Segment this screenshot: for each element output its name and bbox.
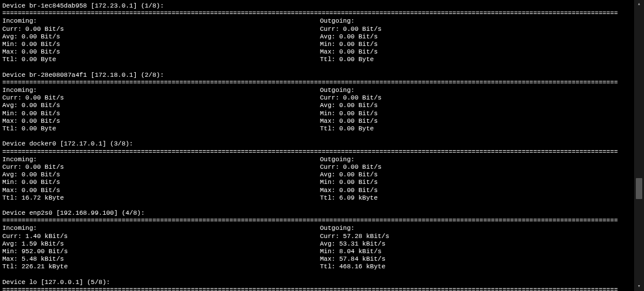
stat-value: 0.00 Bit/s <box>339 110 378 117</box>
outgoing-stat: Max: 0.00 Bit/s <box>320 48 378 56</box>
incoming-stat: Avg: 0.00 Bit/s <box>2 171 320 179</box>
outgoing-stat: Min: 0.00 Bit/s <box>320 110 378 118</box>
outgoing-stat: Curr: 0.00 Bit/s <box>320 26 382 33</box>
stat-value: 8.04 kBit/s <box>339 248 382 255</box>
stat-value: 0.00 Bit/s <box>343 164 382 171</box>
stat-label: Max: <box>2 118 22 125</box>
stat-label: Ttl: <box>320 56 339 63</box>
divider: ========================================… <box>2 79 632 87</box>
stat-label: Avg: <box>320 171 339 178</box>
scrollbar-thumb[interactable] <box>636 178 642 199</box>
stat-label: Min: <box>320 110 339 117</box>
stat-label: Curr: <box>320 26 343 33</box>
stat-value: 0.00 Byte <box>22 56 56 63</box>
stat-value: 0.00 Bit/s <box>22 187 60 194</box>
incoming-stat: Avg: 0.00 Bit/s <box>2 102 320 109</box>
stat-value: 0.00 Bit/s <box>339 118 378 125</box>
incoming-stat: Max: 0.00 Bit/s <box>2 118 320 125</box>
stat-value: 5.48 kBit/s <box>22 255 64 262</box>
stat-label: Avg: <box>2 171 22 178</box>
incoming-stat: Curr: 0.00 Bit/s <box>2 26 320 33</box>
incoming-label: Incoming: <box>2 17 320 25</box>
stat-value: 0.00 Byte <box>339 125 374 132</box>
stat-value: 468.16 kByte <box>339 263 385 270</box>
outgoing-label: Outgoing: <box>320 156 354 164</box>
incoming-stat: Curr: 0.00 Bit/s <box>2 94 320 102</box>
device-header: Device br-28e08087a4f1 [172.18.0.1] (2/8… <box>2 72 632 79</box>
stat-value: 57.84 kBit/s <box>339 255 385 262</box>
stat-label: Avg: <box>2 33 22 40</box>
outgoing-stat: Ttl: 0.00 Byte <box>320 56 374 63</box>
stat-value: 0.00 Bit/s <box>22 48 60 55</box>
stat-value: 0.00 Bit/s <box>339 48 378 55</box>
divider: ========================================… <box>2 286 632 291</box>
stat-label: Ttl: <box>320 125 339 132</box>
stat-value: 0.00 Bit/s <box>26 164 64 171</box>
stat-label: Curr: <box>320 94 343 101</box>
outgoing-stat: Min: 0.00 Bit/s <box>320 179 378 186</box>
divider: ========================================… <box>2 10 632 17</box>
blank-line <box>2 271 632 279</box>
incoming-stat: Ttl: 0.00 Byte <box>2 125 320 133</box>
device-header: Device enp2s0 [192.168.99.100] (4/8): <box>2 210 632 217</box>
stat-value: 0.00 Bit/s <box>343 94 382 101</box>
incoming-stat: Max: 0.00 Bit/s <box>2 187 320 194</box>
stat-label: Min: <box>320 41 339 48</box>
device-block: Device lo [127.0.0.1] (5/8):============… <box>2 279 632 291</box>
stat-value: 0.00 Bit/s <box>22 41 60 48</box>
incoming-stat: Min: 0.00 Bit/s <box>2 110 320 118</box>
stat-label: Curr: <box>2 94 26 101</box>
stat-label: Max: <box>2 187 22 194</box>
incoming-stat: Avg: 0.00 Bit/s <box>2 33 320 41</box>
stat-label: Avg: <box>320 33 339 40</box>
stat-label: Ttl: <box>2 125 22 132</box>
stat-value: 0.00 Bit/s <box>339 187 378 194</box>
stat-label: Max: <box>320 255 339 262</box>
stat-label: Avg: <box>2 240 22 247</box>
device-header: Device lo [127.0.0.1] (5/8): <box>2 279 632 286</box>
stat-value: 0.00 Bit/s <box>22 33 60 40</box>
stat-label: Max: <box>2 48 22 55</box>
stat-label: Min: <box>320 179 339 186</box>
stat-value: 952.00 Bit/s <box>22 248 68 255</box>
scroll-down-icon[interactable]: ▾ <box>636 283 642 290</box>
stat-value: 0.00 Bit/s <box>339 171 378 178</box>
outgoing-stat: Ttl: 6.09 kByte <box>320 194 378 202</box>
outgoing-label: Outgoing: <box>320 87 354 94</box>
divider: ========================================… <box>2 148 632 156</box>
incoming-stat: Ttl: 16.72 kByte <box>2 194 320 202</box>
stat-label: Ttl: <box>2 194 22 201</box>
stat-value: 0.00 Bit/s <box>22 110 60 117</box>
device-block: Device br-28e08087a4f1 [172.18.0.1] (2/8… <box>2 72 632 133</box>
stat-label: Ttl: <box>320 194 339 201</box>
stat-value: 6.09 kByte <box>339 194 378 201</box>
divider: ========================================… <box>2 217 632 225</box>
stat-label: Max: <box>320 118 339 125</box>
outgoing-stat: Avg: 0.00 Bit/s <box>320 33 378 41</box>
stat-value: 0.00 Bit/s <box>339 33 378 40</box>
stat-value: 16.72 kByte <box>22 194 64 201</box>
stat-label: Min: <box>320 248 339 255</box>
outgoing-stat: Avg: 0.00 Bit/s <box>320 102 378 109</box>
scroll-up-icon[interactable]: ▴ <box>636 1 642 8</box>
outgoing-stat: Avg: 53.31 kBit/s <box>320 240 385 248</box>
stat-value: 57.28 kBit/s <box>343 233 389 240</box>
stat-value: 0.00 Byte <box>22 125 56 132</box>
incoming-stat: Max: 0.00 Bit/s <box>2 48 320 56</box>
incoming-stat: Min: 0.00 Bit/s <box>2 179 320 186</box>
incoming-label: Incoming: <box>2 225 320 232</box>
incoming-stat: Curr: 1.40 kBit/s <box>2 233 320 240</box>
outgoing-stat: Curr: 0.00 Bit/s <box>320 94 382 102</box>
stat-value: 0.00 Bit/s <box>22 179 60 186</box>
scrollbar-track[interactable]: ▴ ▾ <box>634 0 644 291</box>
stat-value: 0.00 Bit/s <box>339 102 378 109</box>
stat-label: Max: <box>2 255 22 262</box>
stat-label: Curr: <box>2 164 26 171</box>
stat-value: 0.00 Bit/s <box>22 118 60 125</box>
stat-value: 0.00 Bit/s <box>343 26 382 33</box>
stat-label: Curr: <box>2 26 26 33</box>
incoming-label: Incoming: <box>2 87 320 94</box>
stat-value: 0.00 Bit/s <box>26 26 64 33</box>
outgoing-label: Outgoing: <box>320 225 354 232</box>
outgoing-stat: Curr: 57.28 kBit/s <box>320 233 389 240</box>
